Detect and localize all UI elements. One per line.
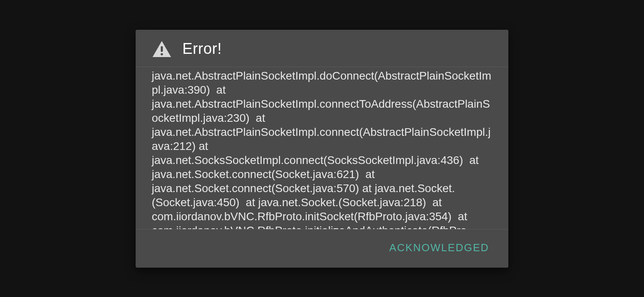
svg-point-1: [161, 53, 163, 55]
stacktrace-text: java.net.AbstractPlainSocketImpl.doConne…: [152, 69, 492, 229]
dialog-body[interactable]: java.net.AbstractPlainSocketImpl.doConne…: [136, 67, 508, 229]
dialog-title: Error!: [182, 40, 222, 57]
dialog-header: Error!: [136, 30, 508, 67]
dialog-footer: ACKNOWLEDGED: [136, 229, 508, 268]
warning-icon: [152, 40, 172, 58]
error-dialog: Error! java.net.AbstractPlainSocketImpl.…: [136, 30, 508, 268]
acknowledged-button[interactable]: ACKNOWLEDGED: [388, 239, 491, 256]
svg-rect-0: [161, 46, 163, 52]
